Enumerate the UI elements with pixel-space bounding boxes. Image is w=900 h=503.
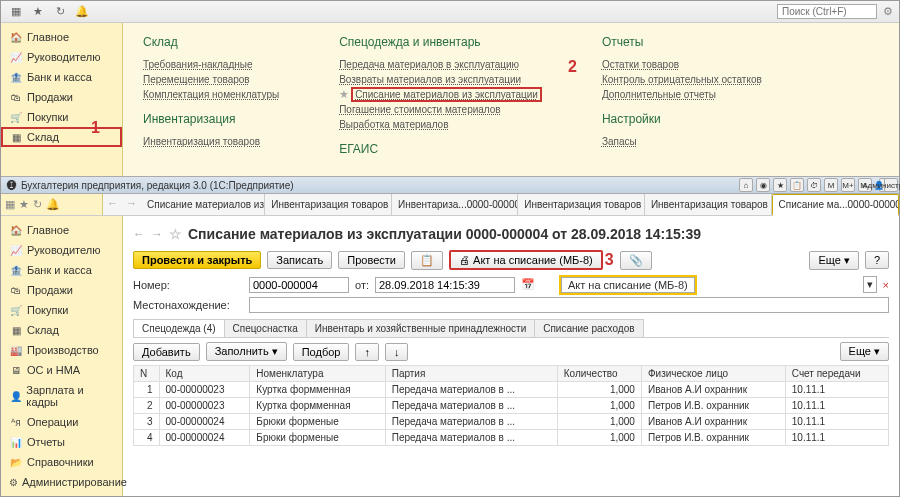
tb-icon[interactable]: 📋 — [790, 178, 804, 192]
org-dropdown[interactable]: ▾ — [863, 276, 877, 293]
star-icon[interactable]: ★ — [29, 3, 47, 21]
bell-icon[interactable]: 🔔 — [46, 198, 60, 211]
table-row[interactable]: 400-00000024Брюки форменыеПередача матер… — [134, 430, 889, 446]
clear-icon[interactable]: × — [883, 279, 889, 291]
col-account[interactable]: Счет передачи — [785, 366, 888, 382]
tab[interactable]: Списание материалов из...× — [141, 194, 265, 215]
save-button[interactable]: Записать — [267, 251, 332, 269]
apps-icon[interactable]: ▦ — [7, 3, 25, 21]
menu-link[interactable]: Выработка материалов — [339, 117, 542, 132]
menu-link[interactable]: Контроль отрицательных остатков — [602, 72, 762, 87]
sidebar-item-os-nma[interactable]: 🖥ОС и НМА — [1, 360, 122, 380]
menu-link[interactable]: Инвентаризация товаров — [143, 134, 279, 149]
star-icon[interactable]: ★ — [19, 198, 29, 211]
sidebar-item-sales[interactable]: 🛍Продажи — [1, 87, 122, 107]
sidebar-item-purchases[interactable]: 🛒Покупки — [1, 300, 122, 320]
cell-qty: 1,000 — [557, 414, 641, 430]
table-more-button[interactable]: Еще ▾ — [840, 342, 889, 361]
nav-fwd-icon[interactable]: → — [151, 227, 163, 241]
tb-icon[interactable]: ⏱ — [807, 178, 821, 192]
sidebar-item-warehouse[interactable]: ▦Склад — [1, 127, 122, 147]
attach-button[interactable]: 📎 — [620, 251, 652, 270]
user-badge[interactable]: 👤 Администратор — [879, 178, 893, 192]
col-qty[interactable]: Количество — [557, 366, 641, 382]
menu-link[interactable]: Остатки товаров — [602, 57, 762, 72]
post-close-button[interactable]: Провести и закрыть — [133, 251, 261, 269]
date-input[interactable] — [375, 277, 515, 293]
sidebar-item-bank[interactable]: 🏦Банк и касса — [1, 67, 122, 87]
tb-icon[interactable]: M+ — [841, 178, 855, 192]
calendar-icon[interactable]: 📅 — [521, 278, 535, 291]
col-party[interactable]: Партия — [385, 366, 557, 382]
star-icon[interactable]: ☆ — [169, 226, 182, 242]
nav-back-icon[interactable]: ← — [133, 227, 145, 241]
select-button[interactable]: Подбор — [293, 343, 350, 361]
sidebar-item-main[interactable]: 🏠Главное — [1, 27, 122, 47]
forward-icon[interactable]: → — [122, 194, 141, 215]
sidebar-item-admin[interactable]: ⚙Администрирование — [1, 472, 122, 492]
tb-icon[interactable]: ⌂ — [739, 178, 753, 192]
menu-link[interactable]: Комплектация номенклатуры — [143, 87, 279, 102]
move-up-button[interactable]: ↑ — [355, 343, 379, 361]
col-code[interactable]: Код — [159, 366, 250, 382]
tab[interactable]: Инвентариза...0000-000005× — [392, 194, 518, 215]
more-button[interactable]: Еще ▾ — [809, 251, 858, 270]
tab[interactable]: Инвентаризация товаров ...× — [265, 194, 392, 215]
act-writeoff-button[interactable]: 🖨 Акт на списание (МБ-8) — [449, 250, 603, 270]
search-input[interactable] — [777, 4, 877, 19]
menu-link[interactable]: Возвраты материалов из эксплуатации — [339, 72, 542, 87]
gear-icon[interactable]: ⚙ — [883, 5, 893, 18]
table-row[interactable]: 300-00000024Брюки форменыеПередача матер… — [134, 414, 889, 430]
history-icon[interactable]: ↻ — [33, 198, 42, 211]
tab[interactable]: Инвентаризация товаров ...× — [645, 194, 772, 215]
tab[interactable]: Инвентаризация товаров ...× — [518, 194, 645, 215]
add-button[interactable]: Добавить — [133, 343, 200, 361]
help-button[interactable]: ? — [865, 251, 889, 269]
location-input[interactable] — [249, 297, 889, 313]
sidebar-item-salary[interactable]: 👤Зарплата и кадры — [1, 380, 122, 412]
menu-link[interactable]: Дополнительные отчеты — [602, 87, 762, 102]
doctab-tooling[interactable]: Спецоснастка — [224, 319, 307, 337]
doctab-inventory[interactable]: Инвентарь и хозяйственные принадлежности — [306, 319, 535, 337]
history-icon[interactable]: ↻ — [51, 3, 69, 21]
sidebar-item-sales[interactable]: 🛍Продажи — [1, 280, 122, 300]
movements-button[interactable]: 📋 — [411, 251, 443, 270]
back-icon[interactable]: ← — [103, 194, 122, 215]
sidebar-item-production[interactable]: 🏭Производство — [1, 340, 122, 360]
tb-icon[interactable]: ★ — [773, 178, 787, 192]
sidebar-item-manager[interactable]: 📈Руководителю — [1, 240, 122, 260]
sidebar-item-catalogs[interactable]: 📂Справочники — [1, 452, 122, 472]
cell-qty: 1,000 — [557, 430, 641, 446]
sidebar-item-purchases[interactable]: 🛒Покупки — [1, 107, 122, 127]
col-person[interactable]: Физическое лицо — [641, 366, 785, 382]
col-nomenclature[interactable]: Номенклатура — [250, 366, 385, 382]
sidebar-item-operations[interactable]: ᴬяОперации — [1, 412, 122, 432]
number-input[interactable] — [249, 277, 349, 293]
table-row[interactable]: 200-00000023Куртка формменнаяПередача ма… — [134, 398, 889, 414]
apps-icon[interactable]: ▦ — [5, 198, 15, 211]
menu-link[interactable]: Перемещение товаров — [143, 72, 279, 87]
bell-icon[interactable]: 🔔 — [73, 3, 91, 21]
menu-link[interactable]: Передача материалов в эксплуатацию — [339, 57, 542, 72]
table-row[interactable]: 100-00000023Куртка формменнаяПередача ма… — [134, 382, 889, 398]
menu-link[interactable]: Требования-накладные — [143, 57, 279, 72]
move-down-button[interactable]: ↓ — [385, 343, 409, 361]
sidebar-item-warehouse[interactable]: ▦Склад — [1, 320, 122, 340]
bag-icon: 🛍 — [9, 285, 23, 296]
tb-icon[interactable]: ◉ — [756, 178, 770, 192]
tb-icon[interactable]: M — [824, 178, 838, 192]
doctab-workwear[interactable]: Спецодежда (4) — [133, 319, 225, 337]
sidebar-item-manager[interactable]: 📈Руководителю — [1, 47, 122, 67]
menu-link[interactable]: Погашение стоимости материалов — [339, 102, 542, 117]
fill-button[interactable]: Заполнить ▾ — [206, 342, 287, 361]
col-n[interactable]: N — [134, 366, 160, 382]
sidebar-item-main[interactable]: 🏠Главное — [1, 220, 122, 240]
menu-link-writeoff[interactable]: Списание материалов из эксплуатации — [351, 87, 542, 102]
doctab-expenses[interactable]: Списание расходов — [534, 319, 643, 337]
cell-code: 00-00000024 — [159, 414, 250, 430]
tab-active[interactable]: Списание ма...0000-000004× — [772, 194, 899, 216]
post-button[interactable]: Провести — [338, 251, 405, 269]
menu-link[interactable]: Запасы — [602, 134, 762, 149]
sidebar-item-bank[interactable]: 🏦Банк и касса — [1, 260, 122, 280]
sidebar-item-reports[interactable]: 📊Отчеты — [1, 432, 122, 452]
